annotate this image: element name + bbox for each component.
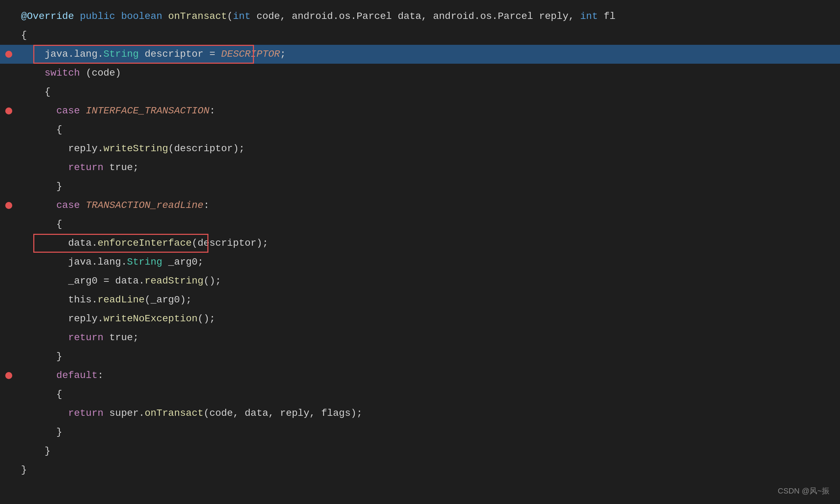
- code-token: default: [56, 370, 98, 381]
- code-content: return super.onTransact(code, data, repl…: [21, 406, 363, 421]
- code-token: onTransact: [145, 408, 204, 419]
- gutter-breakpoint: [0, 202, 18, 209]
- code-content: reply.writeString(descriptor);: [21, 141, 245, 157]
- breakpoint-icon: [5, 372, 12, 379]
- code-token: DESCRIPTOR: [221, 49, 280, 59]
- code-token: readString: [145, 275, 204, 286]
- code-content: {: [21, 122, 62, 138]
- code-line: {: [0, 120, 840, 139]
- code-token: ;: [280, 49, 286, 59]
- code-token: [21, 162, 68, 173]
- code-editor: @Override public boolean onTransact(int …: [0, 0, 840, 504]
- code-content: {: [21, 387, 62, 402]
- code-token: int: [580, 11, 604, 22]
- code-token: return: [68, 162, 109, 173]
- code-token: readLine: [97, 294, 144, 305]
- code-token: }: [21, 427, 62, 438]
- code-token: data.: [21, 238, 97, 248]
- code-token: String: [127, 257, 162, 267]
- gutter-breakpoint: [0, 372, 18, 379]
- code-line: case TRANSACTION_readLine:: [0, 196, 840, 215]
- code-line: _arg0 = data.readString();: [0, 272, 840, 290]
- code-token: [21, 332, 68, 343]
- code-content: }: [21, 179, 62, 195]
- code-token: writeNoException: [103, 313, 198, 324]
- code-token: case: [21, 200, 86, 211]
- code-content: {: [21, 28, 27, 43]
- code-token: writeString: [103, 143, 168, 154]
- code-token: return: [68, 332, 109, 343]
- code-line: return true;: [0, 158, 840, 177]
- code-content: return true;: [21, 330, 139, 346]
- code-token: _arg0 = data.: [21, 275, 145, 286]
- code-token: [21, 370, 56, 381]
- code-line: }: [0, 177, 840, 196]
- code-token: ();: [198, 313, 215, 324]
- code-token: code, android.os.Parcel data, android.os…: [256, 11, 580, 22]
- breakpoint-icon: [5, 202, 12, 209]
- code-token: (code): [80, 68, 121, 78]
- code-token: true;: [109, 162, 139, 173]
- code-token: (code, data, reply, flags);: [204, 408, 363, 419]
- code-content: }: [21, 462, 27, 478]
- code-line: return super.onTransact(code, data, repl…: [0, 404, 840, 423]
- code-token: ();: [204, 275, 221, 286]
- code-content: case TRANSACTION_readLine:: [21, 198, 209, 214]
- code-token: public: [80, 11, 121, 22]
- code-token: TRANSACTION_readLine: [86, 200, 204, 211]
- code-token: super.: [109, 408, 145, 419]
- code-line: default:: [0, 366, 840, 385]
- code-token: java.lang.: [21, 49, 103, 59]
- code-line: this.readLine(_arg0);: [0, 290, 840, 309]
- code-token: :: [204, 200, 209, 211]
- breakpoint-icon: [5, 51, 12, 58]
- code-token: }: [21, 181, 62, 192]
- code-token: this.: [21, 294, 97, 305]
- code-token: fl: [604, 11, 616, 22]
- code-token: java.lang.: [21, 257, 127, 267]
- code-line: }: [0, 461, 840, 479]
- code-content: {: [21, 217, 62, 232]
- code-content: }: [21, 425, 62, 440]
- code-token: }: [21, 464, 27, 475]
- code-token: (: [227, 11, 233, 22]
- code-content: case INTERFACE_TRANSACTION:: [21, 103, 215, 119]
- code-token: {: [21, 30, 27, 41]
- code-token: INTERFACE_TRANSACTION: [86, 105, 209, 116]
- code-line: return true;: [0, 328, 840, 347]
- code-token: @Override: [21, 11, 80, 22]
- code-token: true;: [109, 332, 139, 343]
- code-token: }: [21, 351, 62, 362]
- code-content: _arg0 = data.readString();: [21, 273, 221, 289]
- code-token: case: [21, 105, 86, 116]
- code-line: java.lang.String _arg0;: [0, 253, 840, 272]
- code-line: @Override public boolean onTransact(int …: [0, 7, 840, 26]
- code-token: }: [21, 446, 50, 456]
- code-token: String: [103, 49, 139, 59]
- code-line: case INTERFACE_TRANSACTION:: [0, 102, 840, 120]
- code-content: reply.writeNoException();: [21, 311, 215, 327]
- code-token: enforceInterface: [97, 238, 192, 248]
- code-token: (descriptor);: [168, 143, 245, 154]
- code-token: reply.: [21, 143, 103, 154]
- code-content: java.lang.String descriptor = DESCRIPTOR…: [21, 47, 286, 62]
- code-line: java.lang.String descriptor = DESCRIPTOR…: [0, 45, 840, 64]
- code-token: (descriptor);: [192, 238, 268, 248]
- code-token: {: [21, 389, 62, 400]
- watermark: CSDN @风~振: [778, 485, 829, 497]
- breakpoint-icon: [5, 107, 12, 114]
- code-content: java.lang.String _arg0;: [21, 254, 204, 270]
- code-content: this.readLine(_arg0);: [21, 292, 192, 308]
- code-line: {: [0, 385, 840, 404]
- code-content: {: [21, 84, 50, 100]
- code-content: switch (code): [21, 65, 121, 81]
- code-token: :: [209, 105, 215, 116]
- gutter-breakpoint: [0, 51, 18, 58]
- code-token: return: [68, 408, 109, 419]
- code-content: }: [21, 349, 62, 365]
- code-token: onTransact: [168, 11, 227, 22]
- code-token: (_arg0);: [145, 294, 192, 305]
- code-line: reply.writeNoException();: [0, 309, 840, 328]
- code-token: boolean: [121, 11, 168, 22]
- code-token: switch: [44, 68, 80, 78]
